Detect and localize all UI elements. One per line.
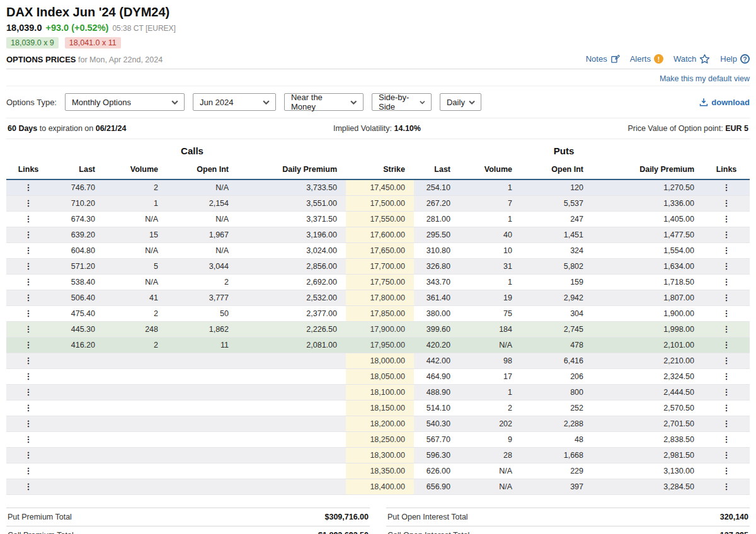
put-links-menu[interactable]: ⋮ [703,401,750,416]
call-premium-cell: 3,196.00 [238,227,346,243]
put-links-menu[interactable]: ⋮ [703,432,750,448]
put-links-menu[interactable]: ⋮ [703,259,750,275]
put-volume-cell: 98 [459,353,521,369]
options-prices-page: DAX Index Jun '24 (DYM24) 18,039.0 +93.0… [0,0,756,534]
make-default-view-link[interactable]: Make this my default view [660,74,750,83]
call-links-menu[interactable]: ⋮ [6,401,50,416]
watch-link[interactable]: Watch [673,54,710,64]
download-button[interactable]: download [699,98,750,107]
put-premium-cell: 2,101.00 [592,338,703,353]
put-open-int-cell: 2,288 [521,416,592,432]
put-links-menu[interactable]: ⋮ [703,179,750,196]
put-last-cell: 343.70 [414,275,459,290]
put-links-menu[interactable]: ⋮ [703,290,750,306]
price-change: +93.0 (+0.52%) [45,23,108,33]
put-last-cell: 626.00 [414,463,459,479]
call-volume-cell [104,416,167,432]
frequency-select[interactable]: Daily [440,93,481,111]
kebab-menu-icon: ⋮ [723,403,731,412]
view-mode-select[interactable]: Side-by-Side [372,93,432,111]
put-links-menu[interactable]: ⋮ [703,463,750,479]
kebab-menu-icon: ⋮ [723,324,731,334]
kebab-menu-icon: ⋮ [25,230,33,239]
call-links-menu[interactable]: ⋮ [6,463,50,479]
put-last-cell: 254.10 [414,179,459,196]
col-header-call-volume: Volume [104,161,167,179]
call-links-menu[interactable]: ⋮ [6,275,50,290]
call-open-int-cell [167,385,238,401]
call-premium-cell [238,385,346,401]
call-links-menu[interactable]: ⋮ [6,196,50,212]
col-header-put-volume: Volume [459,161,521,179]
call-links-menu[interactable]: ⋮ [6,243,50,259]
call-volume-cell [104,353,167,369]
call-links-menu[interactable]: ⋮ [6,322,50,338]
call-links-menu[interactable]: ⋮ [6,338,50,353]
call-premium-cell [238,463,346,479]
kebab-menu-icon: ⋮ [25,261,33,271]
strike-cell: 18,400.00 [346,479,414,495]
put-links-menu[interactable]: ⋮ [703,196,750,212]
call-last-cell: 506.40 [50,290,104,306]
put-links-menu[interactable]: ⋮ [703,479,750,495]
notes-link[interactable]: Notes [586,54,620,64]
call-links-menu[interactable]: ⋮ [6,179,50,196]
call-links-menu[interactable]: ⋮ [6,353,50,369]
put-links-menu[interactable]: ⋮ [703,448,750,463]
call-open-int-cell: N/A [167,179,238,196]
col-header-call-open-int: Open Int [167,161,238,179]
strike-cell: 17,700.00 [346,259,414,275]
call-links-menu[interactable]: ⋮ [6,432,50,448]
call-links-menu[interactable]: ⋮ [6,416,50,432]
put-links-menu[interactable]: ⋮ [703,338,750,353]
help-link[interactable]: Help ? [720,54,750,64]
default-view-row: Make this my default view [6,69,750,86]
put-links-menu[interactable]: ⋮ [703,227,750,243]
put-open-int-cell: 397 [521,479,592,495]
call-last-cell: 746.70 [50,179,104,196]
put-links-menu[interactable]: ⋮ [703,385,750,401]
call-links-menu[interactable]: ⋮ [6,448,50,463]
call-last-cell [50,353,104,369]
call-links-menu[interactable]: ⋮ [6,259,50,275]
put-links-menu[interactable]: ⋮ [703,212,750,227]
col-header-strike: Strike [346,161,414,179]
expiration-month-select[interactable]: Jun 2024 [193,93,276,111]
call-links-menu[interactable]: ⋮ [6,306,50,322]
options-type-select[interactable]: Monthly Options [65,93,185,111]
calls-header: Calls [6,139,378,161]
put-premium-cell: 3,130.00 [592,463,703,479]
call-last-cell: 445.30 [50,322,104,338]
moneyness-select[interactable]: Near the Money [284,93,364,111]
select-value: Jun 2024 [200,98,234,107]
put-open-int-cell: 1,668 [521,448,592,463]
total-label: Put Open Interest Total [387,513,468,521]
put-premium-cell: 2,210.00 [592,353,703,369]
call-links-menu[interactable]: ⋮ [6,227,50,243]
kebab-menu-icon: ⋮ [723,198,731,208]
put-links-menu[interactable]: ⋮ [703,353,750,369]
section-header-row: OPTIONS PRICES for Mon, Apr 22nd, 2024 N… [6,52,750,69]
put-links-menu[interactable]: ⋮ [703,416,750,432]
help-label: Help [720,54,737,64]
put-links-menu[interactable]: ⋮ [703,306,750,322]
strike-cell: 18,050.00 [346,369,414,385]
call-links-menu[interactable]: ⋮ [6,212,50,227]
put-premium-cell: 1,554.00 [592,243,703,259]
call-links-menu[interactable]: ⋮ [6,385,50,401]
call-links-menu[interactable]: ⋮ [6,369,50,385]
put-links-menu[interactable]: ⋮ [703,369,750,385]
strike-cell: 17,450.00 [346,179,414,196]
put-open-int-cell: 229 [521,463,592,479]
put-links-menu[interactable]: ⋮ [703,243,750,259]
put-links-menu[interactable]: ⋮ [703,275,750,290]
call-links-menu[interactable]: ⋮ [6,479,50,495]
kebab-menu-icon: ⋮ [723,246,731,255]
select-value: Near the Money [291,93,346,111]
put-last-cell: 380.00 [414,306,459,322]
put-links-menu[interactable]: ⋮ [703,322,750,338]
call-links-menu[interactable]: ⋮ [6,290,50,306]
alerts-link[interactable]: Alerts ! [630,54,663,64]
table-row: ⋮674.30N/AN/A3,371.5017,550.00281.001247… [6,212,750,227]
put-volume-cell: 9 [459,432,521,448]
